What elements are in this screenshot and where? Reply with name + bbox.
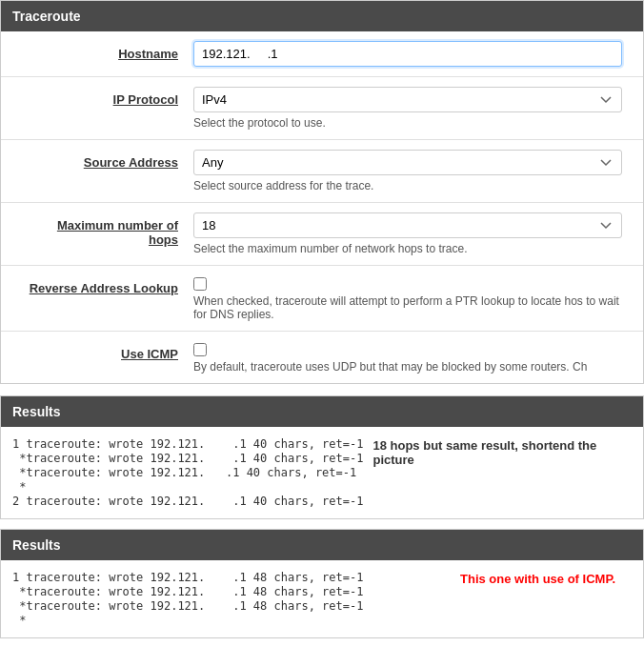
result-line: * [12, 480, 363, 494]
source-address-hint: Select source address for the trace. [193, 179, 632, 192]
ip-protocol-select[interactable]: IPv4 IPv6 [193, 87, 622, 112]
results-section-2: Results 1 traceroute: wrote 192.121. .1 … [0, 529, 644, 638]
max-hops-label-wrap: Maximum number ofhops [12, 212, 193, 247]
result-line: 1 traceroute: wrote 192.121. .1 48 chars… [12, 571, 451, 584]
use-icmp-row: Use ICMP By default, traceroute uses UDP… [1, 332, 643, 383]
results-1-lines: 1 traceroute: wrote 192.121. .1 40 chars… [12, 436, 363, 509]
hostname-row: Hostname [1, 31, 643, 77]
max-hops-label: Maximum number ofhops [57, 218, 178, 247]
source-address-select[interactable]: Any [193, 150, 622, 175]
reverse-lookup-label: Reverse Address Lookup [12, 275, 193, 295]
traceroute-section-header: Traceroute [1, 1, 643, 31]
result-line: *traceroute: wrote 192.121. .1 48 chars,… [12, 585, 451, 598]
reverse-lookup-hint: When checked, traceroute will attempt to… [193, 294, 632, 321]
result-line: *traceroute: wrote 192.121. .1 40 chars,… [12, 466, 363, 479]
results-2-body: 1 traceroute: wrote 192.121. .1 48 chars… [1, 560, 643, 637]
results-2-lines: 1 traceroute: wrote 192.121. .1 48 chars… [12, 570, 451, 628]
result-line: * [12, 614, 451, 627]
results-1-note: 18 hops but same result, shortend the pi… [372, 436, 632, 509]
reverse-lookup-checkbox[interactable] [193, 277, 207, 291]
max-hops-row: Maximum number ofhops 18 Select the maxi… [1, 203, 643, 266]
use-icmp-hint: By default, traceroute uses UDP but that… [193, 360, 632, 374]
use-icmp-checkbox[interactable] [193, 343, 207, 356]
ip-protocol-label: IP Protocol [12, 87, 193, 107]
source-address-row: Source Address Any Select source address… [1, 140, 643, 203]
results-1-body: 1 traceroute: wrote 192.121. .1 40 chars… [1, 427, 643, 518]
max-hops-hint: Select the maximum number of network hop… [193, 242, 632, 255]
ip-protocol-row: IP Protocol IPv4 IPv6 Select the protoco… [1, 77, 643, 140]
result-line: 2 traceroute: wrote 192.121. .1 40 chars… [12, 495, 363, 508]
hostname-input[interactable] [193, 41, 622, 67]
results-2-note: This one with use of ICMP. [460, 570, 632, 628]
use-icmp-label: Use ICMP [12, 341, 193, 361]
result-line: 1 traceroute: wrote 192.121. .1 40 chars… [12, 437, 363, 451]
traceroute-form: Traceroute Hostname IP Protocol IPv4 IPv… [0, 0, 644, 384]
result-line: *traceroute: wrote 192.121. .1 40 chars,… [12, 452, 363, 465]
max-hops-select[interactable]: 18 [193, 212, 622, 238]
results-section-1: Results 1 traceroute: wrote 192.121. .1 … [0, 395, 644, 519]
result-line: *traceroute: wrote 192.121. .1 48 chars,… [12, 599, 451, 613]
hostname-label: Hostname [12, 41, 193, 61]
reverse-lookup-row: Reverse Address Lookup When checked, tra… [1, 266, 643, 332]
results-1-header: Results [1, 396, 643, 427]
results-2-header: Results [1, 530, 643, 560]
ip-protocol-hint: Select the protocol to use. [193, 116, 632, 130]
source-address-label: Source Address [12, 150, 193, 170]
